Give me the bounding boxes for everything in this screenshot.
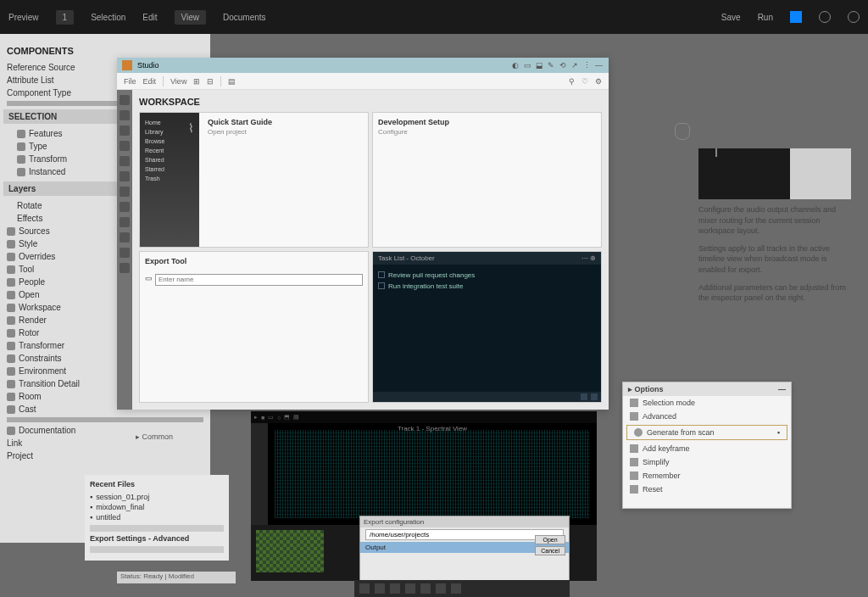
tool-edit[interactable]: Edit <box>143 77 157 86</box>
tb-icon-4[interactable]: ✎ <box>548 61 556 70</box>
bb-icon-4[interactable] <box>405 583 415 594</box>
task-line-2[interactable]: Run integration test suite <box>378 281 596 292</box>
options-header[interactable]: ▸ Options — <box>623 382 791 396</box>
rail-icon-3[interactable] <box>120 126 130 136</box>
search-icon[interactable]: ⚲ <box>569 77 575 86</box>
save-label[interactable]: Save <box>721 13 741 22</box>
app-name: Preview <box>8 13 39 22</box>
term-action-1[interactable] <box>581 393 587 400</box>
module-thumbnail <box>698 148 851 199</box>
row-link: Link <box>7 437 203 449</box>
card-devsetup[interactable]: Development Setup Configure <box>372 112 602 248</box>
tool-file[interactable]: File <box>124 77 136 86</box>
rail-icon-6[interactable] <box>120 171 130 181</box>
bb-icon-5[interactable] <box>420 583 431 594</box>
tool-icon-3[interactable]: ▤ <box>228 77 236 86</box>
rail-icon-2[interactable] <box>120 110 130 120</box>
top-menu-bar: Preview 1 Selection Edit View Documents … <box>0 0 868 34</box>
fd-path[interactable]: /home/user/projects <box>365 529 564 540</box>
wave-left-rail <box>251 423 268 525</box>
wave-tb-6[interactable]: ▤ <box>293 414 299 421</box>
settings-icon[interactable]: ⚙ <box>595 77 602 86</box>
opt-simplify: Simplify <box>623 455 791 469</box>
spectrogram-display[interactable]: Track 1 - Spectral View <box>268 423 597 525</box>
card-quickstart[interactable]: ⌇ Home Library Browse Recent Shared Star… <box>139 112 369 248</box>
right-info-block: Configure the audio output channels and … <box>698 148 851 310</box>
rail-icon-4[interactable] <box>120 141 130 151</box>
opt-generate: Generate from scan▪ <box>626 425 787 440</box>
rail-icon-9[interactable] <box>120 217 130 227</box>
field-icon: ▭ <box>145 274 153 286</box>
bb-icon-6[interactable] <box>436 583 446 594</box>
rail-icon-5[interactable] <box>120 156 130 166</box>
workspace-heading: WORKSPACE <box>139 97 602 107</box>
row-project: Project <box>7 449 203 462</box>
rail-icon-12[interactable] <box>120 263 130 273</box>
task-line-1[interactable]: Review pull request changes <box>378 270 596 281</box>
term-menu-icon[interactable]: ⋯ ⊕ <box>581 254 596 262</box>
menu-documents[interactable]: Documents <box>223 13 266 22</box>
doc-icon <box>630 444 638 453</box>
tb-icon-6[interactable]: ↗ <box>571 61 580 70</box>
card-tasklist[interactable]: Task List - October ⋯ ⊕ Review pull requ… <box>372 251 602 404</box>
bb-icon-2[interactable] <box>375 583 385 594</box>
tb-icon-1[interactable]: ◐ <box>512 61 520 70</box>
bb-icon-3[interactable] <box>390 583 400 594</box>
status-strip: Status: Ready | Modified <box>117 572 236 583</box>
components-header: COMPONENTS <box>7 46 203 56</box>
menu-selection[interactable]: Selection <box>91 13 125 22</box>
fd-open-button[interactable]: Open <box>535 535 565 544</box>
rail-icon-10[interactable] <box>120 232 130 243</box>
wave-titlebar[interactable]: ▸ ■ ▭ ○ ⬒ ▤ <box>251 411 597 423</box>
bb-icon-7[interactable] <box>451 583 461 594</box>
wave-tb-5[interactable]: ⬒ <box>284 414 290 421</box>
tb-icon-8[interactable]: — <box>595 61 604 70</box>
wave-thumbnail[interactable] <box>256 530 324 572</box>
tb-icon-5[interactable]: ⟲ <box>559 61 568 70</box>
row-doc: Documentation <box>7 424 203 437</box>
card-dark-sidebar: ⌇ Home Library Browse Recent Shared Star… <box>140 113 199 247</box>
recent-item-2: ▪mixdown_final <box>90 502 224 512</box>
tb-icon-2[interactable]: ▭ <box>524 61 532 70</box>
refresh-icon[interactable] <box>819 11 831 23</box>
checkbox-icon[interactable] <box>378 282 385 289</box>
fd-cancel-button[interactable]: Cancel <box>535 546 565 555</box>
opt-keyframe: Add keyframe <box>623 442 791 455</box>
rail-icon-1[interactable] <box>120 95 130 105</box>
tool-icon-1[interactable]: ⊞ <box>193 77 200 86</box>
recent-files-panel: Recent Files ▪session_01.proj ▪mixdown_f… <box>85 475 229 561</box>
tool-icon-2[interactable]: ⊟ <box>207 77 214 86</box>
card-export[interactable]: Export Tool ▭ <box>139 251 369 404</box>
run-label[interactable]: Run <box>758 13 773 22</box>
main-window: Studio ◐ ▭ ⬓ ✎ ⟲ ↗ ⋮ — File Edit View ⊞ … <box>117 58 609 410</box>
wave-tb-3[interactable]: ▭ <box>268 414 274 421</box>
shield-icon <box>675 123 690 140</box>
menu-edit[interactable]: Edit <box>142 13 157 22</box>
close-icon[interactable]: — <box>778 385 786 393</box>
fav-icon[interactable]: ♡ <box>581 77 588 86</box>
tb-icon-7[interactable]: ⋮ <box>583 61 592 70</box>
tb-icon-3[interactable]: ⬓ <box>536 61 544 70</box>
bird-icon: ⌇ <box>188 121 194 135</box>
wave-tb-1[interactable]: ▸ <box>254 414 258 421</box>
chevron-icon: ▪ <box>777 428 780 437</box>
export-name-input[interactable] <box>155 274 363 286</box>
rail-icon-8[interactable] <box>120 202 130 212</box>
app-icon[interactable] <box>790 11 802 23</box>
term-action-2[interactable] <box>591 393 598 400</box>
common-toggle[interactable]: Common <box>136 432 173 441</box>
file-dialog: Export configuration /home/user/projects… <box>359 516 570 583</box>
window-titlebar[interactable]: Studio ◐ ▭ ⬓ ✎ ⟲ ↗ ⋮ — <box>117 58 609 73</box>
rail-icon-7[interactable] <box>120 187 130 197</box>
term-title: Task List - October <box>378 254 435 262</box>
tool-view[interactable]: View <box>170 77 186 86</box>
wave-tb-4[interactable]: ○ <box>277 415 281 421</box>
view-button[interactable]: View <box>175 10 207 25</box>
checkbox-icon[interactable] <box>378 271 385 278</box>
help-icon[interactable] <box>848 11 860 23</box>
bb-icon-1[interactable] <box>359 583 370 594</box>
opt-advanced: Advanced <box>623 410 791 423</box>
rail-icon-11[interactable] <box>120 248 130 258</box>
wave-tb-2[interactable]: ■ <box>261 415 264 421</box>
tab-indicator[interactable]: 1 <box>56 10 75 25</box>
